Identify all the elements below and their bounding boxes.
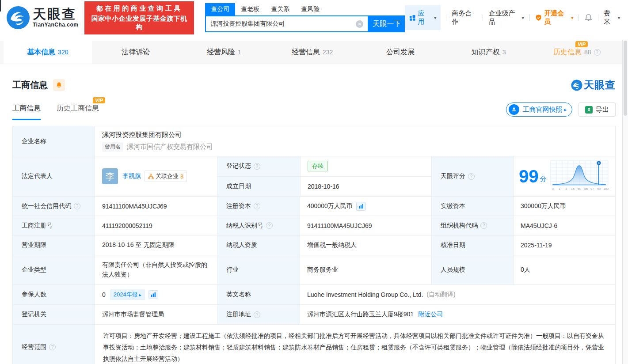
search-tab-company[interactable]: 查公司	[205, 3, 235, 15]
establish-date-value: 2018-10-16	[308, 183, 339, 190]
reg-capital-label: 注册资本	[226, 202, 251, 210]
authority-label-cell: 登记机关	[13, 305, 95, 324]
search-row: ✕ 天眼一下	[205, 15, 405, 32]
related-companies-badge[interactable]: 关联企业 3	[145, 171, 187, 182]
arrow-right-icon: ▸	[139, 292, 141, 297]
tab-intellectual-property[interactable]: 知识产权 3	[445, 41, 533, 64]
nav-divider	[579, 15, 579, 21]
help-icon[interactable]: ?	[254, 311, 260, 318]
capital-chart-icon[interactable]	[356, 202, 366, 211]
insured-label-cell: 参保人数	[13, 285, 95, 304]
tab-legal-proceedings[interactable]: 法律诉讼	[92, 41, 180, 64]
former-name-badge: 曾用名	[102, 142, 123, 152]
score-cell: 99 分	[513, 156, 616, 196]
help-icon[interactable]: ?	[266, 222, 273, 229]
nav-divider	[598, 15, 598, 21]
subtab-label: 历史工商信息	[57, 104, 99, 112]
scope-value: 许可项目：房地产开发经营；建设工程施工（依法须经批准的项目，经相关部门批准后方可…	[103, 332, 604, 362]
nav-user[interactable]: 费米 ▾	[604, 9, 620, 26]
english-name-label: 英文名称	[226, 291, 251, 299]
chevron-down-icon: ▾	[522, 15, 524, 20]
tab-operational-risk[interactable]: 经营风险 1	[180, 41, 268, 64]
subscribe-bell-button[interactable]	[53, 79, 65, 91]
company-name-label: 企业名称	[13, 126, 95, 156]
scope-cell: 许可项目：房地产开发经营；建设工程施工（依法须经批准的项目，经相关部门批准后方可…	[95, 325, 615, 364]
brand-name: 天眼查	[584, 78, 616, 92]
nav-open-membership[interactable]: 开通会员 ▾	[535, 9, 573, 26]
tab-business-info[interactable]: 经营信息 232	[268, 41, 357, 64]
approval-date-label-cell: 核准日期	[431, 235, 513, 255]
help-icon[interactable]: ?	[594, 49, 601, 56]
clear-search-icon[interactable]: ✕	[356, 20, 363, 28]
official-snapshot-button[interactable]: 工商官网快照 ▸	[506, 102, 572, 117]
credit-code-value: 91411100MA45UJCJ69	[102, 203, 167, 210]
term-label-cell: 营业期限	[13, 235, 95, 255]
help-icon[interactable]: ?	[254, 203, 260, 209]
help-icon[interactable]: ?	[254, 163, 260, 170]
help-icon[interactable]: ?	[49, 344, 56, 350]
subtab-history-registration[interactable]: 历史工商信息 VIP	[57, 104, 99, 120]
org-code-label-cell: 组织机构代码 ?	[431, 216, 513, 235]
scrollbar[interactable]	[622, 40, 628, 364]
legal-rep-link[interactable]: 李凯旗	[122, 172, 141, 180]
avatar[interactable]: 李	[102, 168, 118, 184]
vip-badge: VIP	[93, 97, 105, 103]
staff-size-cell: 0人	[513, 255, 616, 284]
table-row: 工商注册号 411192000052119 纳税人识别号 ? 91411100M…	[13, 216, 615, 235]
company-type-label: 企业类型	[22, 266, 46, 274]
chevron-down-icon: ▾	[618, 15, 620, 20]
table-row: 统一社会信用代码 ? 91411100MA45UJCJ69 注册资本 ? 400…	[13, 196, 615, 216]
search-button[interactable]: 天眼一下	[369, 15, 405, 32]
help-icon[interactable]: ?	[74, 203, 80, 209]
subtab-business-registration[interactable]: 工商信息	[12, 104, 41, 120]
credit-code-label-cell: 统一社会信用代码 ?	[13, 197, 95, 216]
main-content: 工商信息 天眼查 工商信息	[0, 78, 628, 364]
table-row: 营业期限 2018-10-16 至 无固定期限 纳税人资质 增值税一般纳税人 核…	[13, 235, 615, 255]
staff-size-label-cell: 人员规模	[431, 255, 513, 284]
logo-title: 天眼查	[33, 8, 78, 21]
export-button[interactable]: X 导出	[579, 102, 616, 117]
related-companies-label: 关联企业	[156, 172, 179, 180]
score-unit: 分	[540, 175, 547, 183]
search-tab-risk[interactable]: 查风险	[295, 3, 325, 15]
help-icon[interactable]: ?	[468, 173, 475, 180]
search-tab-relation[interactable]: 查关系	[265, 3, 295, 15]
tab-label: 公司发展	[386, 48, 415, 57]
company-type-cell: 有限责任公司（非自然人投资或控股的法人独资）	[95, 255, 217, 284]
section-header: 工商信息 天眼查	[12, 78, 616, 92]
slogan-line1: 都在用的商业查询工具	[89, 4, 190, 13]
scrollbar-thumb[interactable]	[624, 41, 627, 116]
nav-enterprise[interactable]: 企业级产品 ▾	[488, 9, 524, 26]
tax-quality-cell: 增值税一般纳税人	[300, 235, 431, 255]
tab-basic-info[interactable]: 基本信息 320	[4, 41, 92, 64]
reg-capital-value: 400000万人民币	[307, 202, 353, 210]
paid-capital-cell: 300000万人民币	[513, 197, 616, 216]
logo-domain: TianYanCha.com	[33, 22, 78, 28]
tab-company-development[interactable]: 公司发展	[356, 41, 445, 64]
notifications-bell[interactable]	[584, 14, 593, 22]
tab-history-info[interactable]: 历史信息 VIP 88 ?	[533, 41, 621, 64]
nav-apps[interactable]: 应用 ▾	[405, 5, 441, 30]
score-distribution-chart[interactable]: 0 1 3 15 50 85 97 99 100	[549, 159, 609, 193]
insured-chart-icon[interactable]	[148, 290, 158, 299]
authority-cell: 漯河市市场监督管理局	[95, 305, 217, 324]
insured-cell: 0 2024年报 ▸	[95, 285, 217, 304]
nav-cooperation[interactable]: 商务合作	[452, 9, 477, 26]
nearby-companies-link[interactable]: 附近公司	[418, 311, 443, 318]
table-row: 企业类型 有限责任公司（非自然人投资或控股的法人独资） 行业 商务服务业 人员规…	[13, 255, 615, 284]
paid-capital-label-cell: 实缴资本	[431, 197, 513, 216]
search-tab-boss[interactable]: 查老板	[235, 3, 265, 15]
help-icon[interactable]: ?	[480, 222, 487, 229]
tab-label: 经营信息	[292, 48, 320, 57]
grid-icon	[409, 15, 415, 21]
subtab-label: 工商信息	[12, 104, 41, 112]
address-value: 漯河市源汇区太行山路玉兰大厦9楼901	[307, 311, 414, 318]
search-input[interactable]	[210, 20, 356, 27]
chevron-down-icon: ▾	[571, 15, 573, 20]
address-label: 注册地址	[226, 311, 251, 318]
annual-report-badge[interactable]: 2024年报 ▸	[110, 289, 145, 300]
top-nav: 应用 ▾ 商务合作 企业级产品 ▾ 开通会员 ▾	[405, 5, 620, 30]
tax-quality-label-cell: 纳税人资质	[217, 235, 300, 255]
site-logo[interactable]: 天眼查 TianYanCha.com	[6, 6, 78, 30]
subtabs: 工商信息 历史工商信息 VIP	[12, 104, 99, 120]
